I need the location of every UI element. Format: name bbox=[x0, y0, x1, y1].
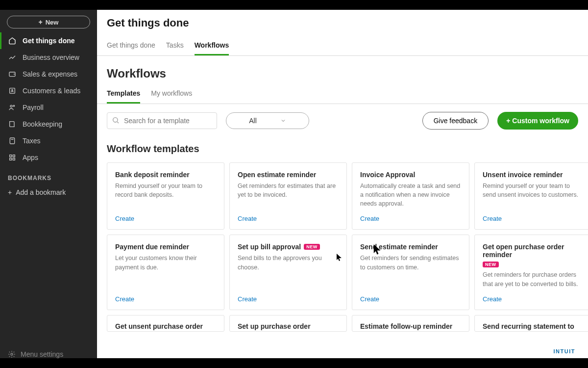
wallet-icon bbox=[8, 70, 17, 79]
plus-icon: + bbox=[506, 117, 510, 125]
create-link[interactable]: Create bbox=[238, 215, 339, 222]
card-title: Open estimate reminder bbox=[238, 171, 316, 179]
template-card: Bank deposit reminder Remind yourself or… bbox=[107, 162, 224, 230]
give-feedback-button[interactable]: Give feedback bbox=[422, 112, 489, 130]
add-bookmark-label: Add a bookmark bbox=[16, 188, 66, 196]
create-link[interactable]: Create bbox=[483, 295, 584, 303]
card-title: Payment due reminder bbox=[115, 243, 189, 251]
sidebar-item-label: Get things done bbox=[23, 37, 75, 45]
custom-workflow-label: Custom workflow bbox=[512, 117, 569, 125]
sidebar-nav: Get things done Business overview Sales … bbox=[0, 32, 97, 166]
card-title: Send recurring statement to bbox=[483, 322, 574, 330]
card-title: Estimate follow-up reminder bbox=[360, 322, 452, 330]
card-desc: Remind yourself or your team to send uns… bbox=[483, 182, 584, 208]
filter-value: All bbox=[249, 117, 257, 125]
template-cards-partial-row: Get unsent purchase order Set up purchas… bbox=[97, 310, 588, 332]
card-title: Invoice Approval bbox=[360, 171, 415, 179]
create-link[interactable]: Create bbox=[360, 215, 461, 222]
sidebar-item-label: Apps bbox=[23, 154, 38, 161]
template-card: Estimate follow-up reminder bbox=[352, 315, 469, 332]
tab-tasks[interactable]: Tasks bbox=[166, 36, 184, 55]
sidebar-item-payroll[interactable]: Payroll bbox=[0, 99, 97, 116]
new-badge: NEW bbox=[483, 262, 499, 267]
svg-point-2 bbox=[12, 89, 13, 91]
people-icon bbox=[8, 103, 17, 112]
bookmarks-heading: BOOKMARKS bbox=[0, 166, 97, 184]
template-cards: Bank deposit reminder Remind yourself or… bbox=[97, 162, 588, 310]
template-card: Set up purchase order bbox=[229, 315, 347, 332]
template-card: Set up bill approval NEW Send bills to t… bbox=[229, 235, 347, 310]
tab-my-workflows[interactable]: My workflows bbox=[151, 84, 192, 104]
filter-dropdown[interactable]: All bbox=[226, 112, 309, 129]
sidebar-item-taxes[interactable]: Taxes bbox=[0, 132, 97, 149]
card-desc: Let your customers know their payment is… bbox=[115, 254, 216, 288]
template-card: Open estimate reminder Get reminders for… bbox=[229, 162, 347, 230]
card-desc: Get reminders for estimates that are yet… bbox=[238, 182, 339, 208]
template-card: Get unsent purchase order bbox=[107, 315, 224, 332]
apps-icon bbox=[8, 153, 17, 162]
chevron-down-icon bbox=[280, 118, 286, 124]
card-title: Get open purchase order reminder bbox=[483, 243, 584, 259]
search-input[interactable] bbox=[107, 112, 217, 129]
create-link[interactable]: Create bbox=[115, 295, 216, 303]
tab-workflows[interactable]: Workflows bbox=[195, 36, 229, 55]
new-badge: NEW bbox=[304, 244, 320, 250]
plus-icon: + bbox=[39, 19, 43, 26]
section-title: Workflows bbox=[97, 56, 588, 84]
sidebar-item-bookkeeping[interactable]: Bookkeeping bbox=[0, 116, 97, 132]
contacts-icon bbox=[8, 86, 17, 95]
sidebar-item-sales-expenses[interactable]: Sales & expenses bbox=[0, 66, 97, 82]
menu-settings-button[interactable]: Menu settings bbox=[0, 345, 97, 358]
sidebar-item-label: Payroll bbox=[23, 104, 44, 111]
svg-rect-9 bbox=[13, 158, 15, 160]
brand-mark: INTUIT bbox=[554, 348, 575, 354]
create-link[interactable]: Create bbox=[115, 215, 216, 222]
svg-rect-6 bbox=[10, 155, 12, 157]
template-card: Payment due reminder Let your customers … bbox=[107, 235, 224, 310]
svg-rect-7 bbox=[13, 155, 15, 157]
svg-rect-8 bbox=[10, 158, 12, 160]
gear-icon bbox=[8, 350, 16, 358]
template-card: Get open purchase order reminder NEW Get… bbox=[474, 235, 588, 310]
primary-tabs: Get things done Tasks Workflows bbox=[97, 36, 588, 56]
sidebar-item-apps[interactable]: Apps bbox=[0, 149, 97, 166]
tab-get-things-done[interactable]: Get things done bbox=[107, 36, 155, 55]
create-link[interactable]: Create bbox=[360, 295, 461, 303]
sidebar-item-label: Business overview bbox=[23, 53, 79, 61]
home-icon bbox=[8, 36, 17, 45]
main-content: Get things done Get things done Tasks Wo… bbox=[97, 10, 588, 358]
template-card: Send recurring statement to bbox=[474, 315, 588, 332]
chart-icon bbox=[8, 53, 17, 62]
page-title: Get things done bbox=[103, 10, 588, 36]
create-link[interactable]: Create bbox=[483, 215, 584, 222]
sidebar-item-get-things-done[interactable]: Get things done bbox=[0, 32, 97, 49]
card-title: Send estimate reminder bbox=[360, 243, 438, 251]
card-desc: Remind yourself or your team to record b… bbox=[115, 182, 216, 208]
create-link[interactable]: Create bbox=[238, 295, 339, 303]
plus-icon: + bbox=[8, 188, 12, 196]
add-bookmark-button[interactable]: + Add a bookmark bbox=[0, 184, 97, 200]
svg-point-11 bbox=[113, 118, 118, 122]
sidebar-item-business-overview[interactable]: Business overview bbox=[0, 49, 97, 66]
tab-templates[interactable]: Templates bbox=[107, 84, 140, 104]
card-title: Get unsent purchase order bbox=[115, 322, 203, 330]
templates-title: Workflow templates bbox=[97, 134, 588, 162]
calculator-icon bbox=[8, 136, 17, 145]
sidebar-item-customers-leads[interactable]: Customers & leads bbox=[0, 82, 97, 99]
custom-workflow-button[interactable]: + Custom workflow bbox=[497, 112, 578, 130]
new-button[interactable]: + New bbox=[7, 16, 90, 28]
card-title: Set up bill approval bbox=[238, 243, 301, 251]
search-box bbox=[107, 112, 217, 129]
card-desc: Get reminders for sending estimates to c… bbox=[360, 254, 461, 288]
template-card: Send estimate reminder Get reminders for… bbox=[352, 235, 469, 310]
svg-rect-5 bbox=[10, 138, 14, 144]
sidebar: + New Get things done Business overview … bbox=[0, 10, 97, 358]
sidebar-item-label: Customers & leads bbox=[23, 87, 80, 95]
sidebar-item-label: Taxes bbox=[23, 137, 41, 145]
svg-point-10 bbox=[11, 353, 13, 355]
menu-settings-label: Menu settings bbox=[21, 350, 63, 358]
secondary-tabs: Templates My workflows bbox=[97, 84, 588, 104]
sidebar-item-label: Sales & expenses bbox=[23, 70, 77, 78]
sidebar-item-label: Bookkeeping bbox=[23, 120, 62, 128]
card-desc: Get reminders for purchase orders that a… bbox=[483, 270, 584, 288]
